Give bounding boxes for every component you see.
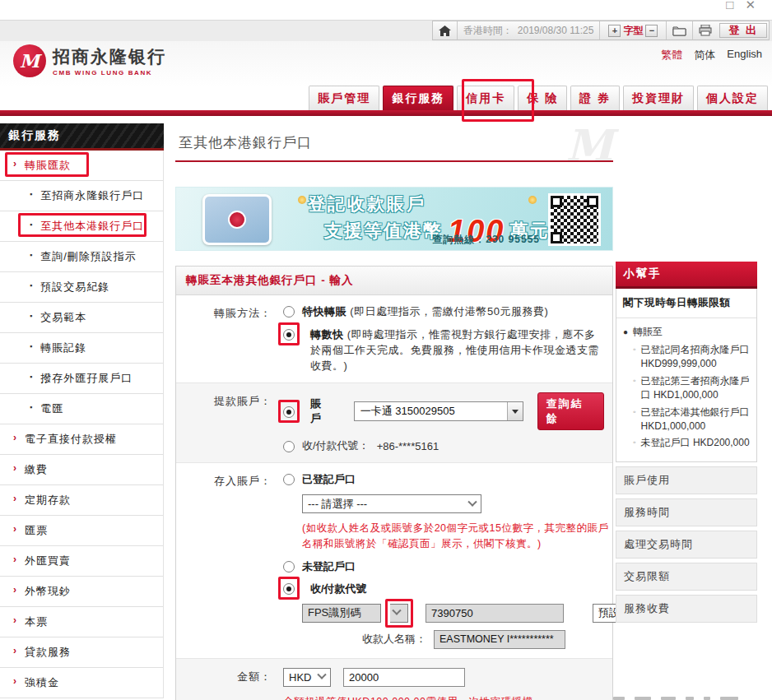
radio-unregistered-account[interactable] [283,561,295,573]
sidebar-item-edda[interactable]: ›電子直接付款授權 [0,424,163,455]
sidebar-item-loan-services[interactable]: ›貸款服務 [0,637,163,668]
sidebar-item-label: 匯票 [25,523,48,538]
sidebar-item-label: 外幣現鈔 [25,584,71,599]
method-label: 轉賬方法： [176,304,283,373]
tab-investment[interactable]: 投資理財 [623,86,694,110]
proxy-type-chevron[interactable] [390,604,408,623]
proxy-type-select[interactable]: FPS識別碼 [302,604,381,623]
sidebar-item-enquire-delete-standing[interactable]: ▪查詢/刪除預設指示 [0,242,163,272]
banner-line2-prefix: 支援等值港幣 [324,219,443,243]
lang-simplified[interactable]: 简体 [694,48,715,63]
sidebar-item-mpf[interactable]: ›強積金 [0,668,163,698]
from-account-select[interactable]: 一卡通 3150029505 [354,401,523,421]
proxy-value-input[interactable]: 7390750 [426,604,564,623]
helper-link-transaction-limit[interactable]: 交易限額 [616,563,757,591]
sidebar-item-label: 轉賬匯款 [25,158,71,173]
check-balance-button[interactable]: 查詢結餘 [537,392,604,430]
sidebar-item-to-cmbwlb-account[interactable]: ▪至招商永隆銀行戶口 [0,181,163,211]
option-express-desc: (即日處理指示，需繳付港幣50元服務費) [350,305,548,318]
font-decrease-button[interactable]: − [645,25,658,37]
sidebar-item-time-deposit[interactable]: ›定期存款 [0,485,163,516]
promo-banner[interactable]: 登記收款賬戶 支援等值港幣 100 萬元轉賬 查詢熱線：230 95555 [175,187,613,251]
from-code-value: +86-****5161 [377,440,439,452]
option-fps-name: 轉數快 [310,328,344,341]
limit-item: 未登記戶口 HKD200,000 [641,436,750,450]
hk-time: 香港時間： 2019/08/30 11:25 [457,21,600,39]
bank-logo[interactable]: M 招商永隆银行 CMB WING LUNG BANK [13,44,166,77]
sidebar-item-bill-payment[interactable]: ›繳費 [0,455,163,485]
font-increase-button[interactable]: + [608,25,621,37]
chevron-right-icon: › [13,158,17,171]
font-label: 字型 [623,24,643,38]
currency-value: HKD [289,671,311,684]
bullet-icon: ◦ [633,406,636,434]
helper-link-service-charges[interactable]: 服務收費 [616,595,757,623]
currency-select[interactable]: HKD [283,668,331,687]
chevron-right-icon: › [13,523,17,536]
tab-insurance[interactable]: 保 險 [518,86,567,110]
sidebar-item-fx-trading[interactable]: ›外匯買賣 [0,546,163,577]
watermark-logo: M [565,120,613,170]
sidebar-item-telegraphic-transfer[interactable]: ▪電匯 [0,394,163,424]
printer-icon[interactable] [692,21,718,39]
logout-button[interactable]: 登 出 [719,23,767,38]
annotation-box-proxy-chevron [385,599,413,628]
tab-personal-settings[interactable]: 個人設定 [697,86,768,110]
close-icon[interactable]: ✕ [745,0,767,12]
radio-registered-account[interactable] [283,474,295,485]
bank-name-en: CMB WING LUNG BANK [53,69,166,76]
chevron-right-icon: › [13,493,17,506]
tab-account-management[interactable]: 賬戶管理 [309,86,379,110]
sidebar-item-foreign-currency-notes[interactable]: ›外幣現鈔 [0,577,163,607]
sidebar-item-fx-margin-account[interactable]: ▪撥存外匯孖展戶口 [0,364,163,394]
radio-to-proxy-code[interactable] [283,583,295,595]
radio-fps-transfer[interactable] [283,329,295,341]
payee-name-label: 收款人名稱： [362,632,426,647]
helper-link-service-hours[interactable]: 服務時間 [616,498,757,526]
sidebar-item-to-other-local-bank[interactable]: ▪ 至其他本港銀行戶口 [0,211,163,242]
annotation-box-fps-radio [278,322,300,345]
sidebar-item-scheduled-records[interactable]: ▪預設交易紀錄 [0,272,163,303]
sidebar-item-cashier-order[interactable]: ›本票 [0,607,163,637]
bullet-icon: ▪ [30,219,33,231]
helper-link-account-usage[interactable]: 賬戶使用 [616,466,757,494]
sidebar-item-label: 查詢/刪除預設指示 [40,249,137,264]
helper-link-processing-time[interactable]: 處理交易時間 [616,531,757,559]
sidebar-item-label: 至其他本港銀行戶口 [40,219,144,234]
unregistered-option: 未登記戶口 [302,559,356,574]
transfer-form: 轉賬至本港其他銀行戶口 - 輸入 轉賬方法： 特快轉賬 (即日處理指示，需繳付港… [175,266,613,700]
folder-icon[interactable] [666,21,692,39]
time-label: 香港時間： [463,24,513,38]
sidebar-item-label: 貸款服務 [25,645,71,660]
radio-from-account[interactable] [283,406,295,418]
banner-line1: 登記收款賬戶 [308,192,588,216]
chevron-right-icon: › [13,645,17,658]
home-icon[interactable] [433,21,457,39]
sidebar-item-transfer-records[interactable]: ▪轉賬記錄 [0,333,163,364]
tab-credit-card[interactable]: 信用卡 [457,86,514,110]
amount-input[interactable]: 20000 [343,668,465,687]
maximize-icon[interactable]: □ [726,0,745,12]
bullet-icon: ● [623,325,628,340]
chevron-right-icon: › [13,432,17,445]
sidebar-item-transaction-template[interactable]: ▪交易範本 [0,303,163,333]
sidebar-item-label: 電子直接付款授權 [25,432,117,447]
limit-item: 已登記本港其他銀行戶口 HKD1,000,000 [641,406,751,434]
radio-from-proxy-code[interactable] [283,441,295,452]
sidebar-item-transfer-remittance[interactable]: › 轉賬匯款 [0,151,163,181]
tab-securities[interactable]: 證 券 [570,86,620,110]
lang-traditional[interactable]: 繁體 [661,48,682,63]
proxy-option: 收/付款代號 [310,582,367,596]
registered-account-select[interactable]: --- 請選擇 --- [302,494,481,513]
form-title: 轉賬至本港其他銀行戶口 - 輸入 [176,267,612,295]
tab-banking-services[interactable]: 銀行服務 [383,86,453,110]
sidebar-item-label: 至招商永隆銀行戶口 [40,188,144,203]
sidebar: 銀行服務 › 轉賬匯款 ▪至招商永隆銀行戶口 ▪ 至其他本港銀行戶口 ▪查詢/刪… [0,123,164,700]
sidebar-item-label: 撥存外匯孖展戶口 [40,371,133,386]
sidebar-item-demand-draft[interactable]: ›匯票 [0,516,163,546]
lang-english[interactable]: English [727,48,762,63]
chevron-right-icon: › [13,554,17,567]
sidebar-item-label: 外匯買賣 [25,554,71,568]
page: □✕ 香港時間： 2019/08/30 11:25 + 字型 − 登 出 M 招… [0,0,772,700]
radio-express-transfer[interactable] [283,306,295,318]
